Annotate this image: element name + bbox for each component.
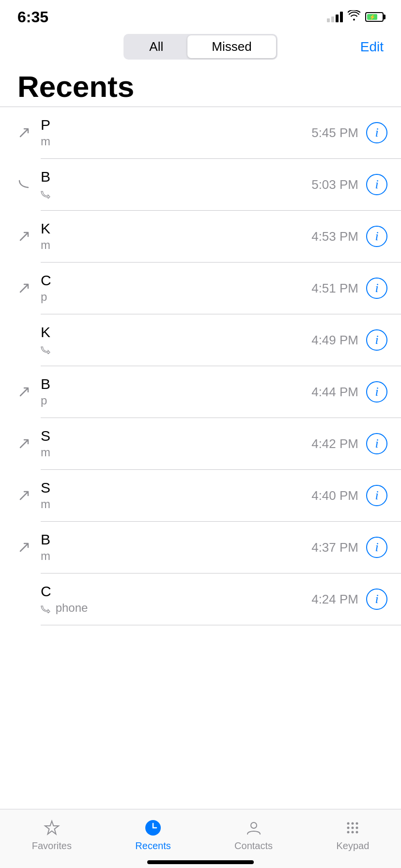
info-button[interactable]: i: [366, 174, 387, 195]
svg-point-10: [356, 831, 358, 834]
call-name: S: [41, 479, 311, 496]
status-bar: 6:35 ⚡: [0, 0, 401, 29]
nav-label-recents: Recents: [135, 840, 170, 852]
svg-point-4: [356, 822, 358, 825]
call-subtext: m: [41, 548, 311, 563]
info-button[interactable]: i: [366, 122, 387, 143]
call-name: C: [41, 272, 311, 289]
outgoing-call-icon: [14, 385, 35, 399]
call-list: P m 5:45 PM i B 5:03 PM i: [0, 107, 401, 693]
bottom-nav: Favorites Recents Contacts: [0, 809, 401, 868]
outgoing-call-icon: [14, 437, 35, 450]
info-button[interactable]: i: [366, 278, 387, 299]
clock-icon: [142, 817, 164, 838]
call-time: 4:49 PM: [311, 333, 358, 348]
table-row: C phone 4:24 PM i: [0, 574, 401, 616]
nav-label-favorites: Favorites: [32, 840, 72, 852]
svg-point-9: [352, 831, 354, 834]
call-time: 4:24 PM: [311, 592, 358, 607]
nav-label-contacts: Contacts: [234, 840, 273, 852]
call-name: P: [41, 116, 311, 134]
call-name: B: [41, 531, 311, 548]
table-row: S m 4:40 PM i: [0, 470, 401, 512]
nav-bar: All Missed Edit: [0, 29, 401, 64]
row-divider: [41, 625, 401, 625]
call-subtext: phone: [41, 600, 311, 615]
star-icon: [41, 817, 62, 838]
edit-button[interactable]: Edit: [360, 39, 384, 55]
nav-item-contacts[interactable]: Contacts: [234, 817, 273, 852]
svg-point-7: [356, 827, 358, 829]
nav-item-keypad[interactable]: Keypad: [336, 817, 369, 852]
outgoing-call-icon: [14, 126, 35, 140]
status-icons: ⚡: [327, 10, 384, 24]
call-time: 4:51 PM: [311, 281, 358, 296]
table-row: K m 4:53 PM i: [0, 211, 401, 253]
svg-point-3: [352, 822, 354, 825]
incoming-call-icon: [14, 178, 35, 191]
call-name: B: [41, 375, 311, 393]
call-subtext: p: [41, 393, 311, 408]
info-button[interactable]: i: [366, 381, 387, 403]
call-time: 4:40 PM: [311, 488, 358, 503]
page-title: Recents: [0, 64, 401, 107]
table-row: P m 5:45 PM i: [0, 107, 401, 150]
call-name: B: [41, 168, 311, 186]
info-button[interactable]: i: [366, 485, 387, 506]
call-time: 4:37 PM: [311, 540, 358, 555]
svg-point-8: [347, 831, 350, 834]
segment-all-button[interactable]: All: [125, 35, 187, 58]
outgoing-call-icon: [14, 489, 35, 502]
call-subtext: [41, 186, 311, 201]
call-name: S: [41, 427, 311, 445]
table-row: S m 4:42 PM i: [0, 418, 401, 461]
info-button[interactable]: i: [366, 329, 387, 351]
call-subtext: p: [41, 289, 311, 304]
svg-point-6: [352, 827, 354, 829]
home-indicator: [147, 860, 254, 864]
nav-item-favorites[interactable]: Favorites: [32, 817, 72, 852]
table-row: B m 4:37 PM i: [0, 522, 401, 564]
call-time: 4:44 PM: [311, 385, 358, 400]
nav-item-recents[interactable]: Recents: [135, 817, 170, 852]
info-button[interactable]: i: [366, 589, 387, 610]
person-icon: [243, 817, 264, 838]
call-time: 4:42 PM: [311, 436, 358, 451]
table-row: B p 4:44 PM i: [0, 366, 401, 409]
segment-missed-button[interactable]: Missed: [187, 35, 276, 58]
call-time: 4:53 PM: [311, 229, 358, 244]
signal-icon: [327, 12, 343, 22]
call-subtext: m: [41, 237, 311, 252]
call-subtext: [41, 341, 311, 356]
battery-icon: ⚡: [365, 12, 384, 22]
info-button[interactable]: i: [366, 226, 387, 247]
status-time: 6:35: [17, 8, 48, 26]
info-button[interactable]: i: [366, 433, 387, 454]
svg-point-5: [347, 827, 350, 829]
outgoing-call-icon: [14, 230, 35, 243]
call-name: K: [41, 324, 311, 341]
call-subtext: m: [41, 496, 311, 512]
call-time: 5:03 PM: [311, 177, 358, 192]
outgoing-call-icon: [14, 281, 35, 295]
svg-point-1: [251, 822, 257, 828]
svg-point-2: [347, 822, 350, 825]
table-row: C p 4:51 PM i: [0, 263, 401, 305]
call-name: C: [41, 583, 311, 600]
table-row: K 4:49 PM i: [0, 314, 401, 357]
outgoing-call-icon: [14, 541, 35, 554]
call-name: K: [41, 220, 311, 237]
wifi-icon: [348, 10, 360, 24]
nav-label-keypad: Keypad: [336, 840, 369, 852]
keypad-icon: [342, 817, 363, 838]
info-button[interactable]: i: [366, 537, 387, 558]
segment-control: All Missed: [123, 34, 277, 60]
call-time: 5:45 PM: [311, 125, 358, 140]
call-subtext: m: [41, 134, 311, 149]
table-row: B 5:03 PM i: [0, 159, 401, 202]
call-subtext: m: [41, 445, 311, 460]
